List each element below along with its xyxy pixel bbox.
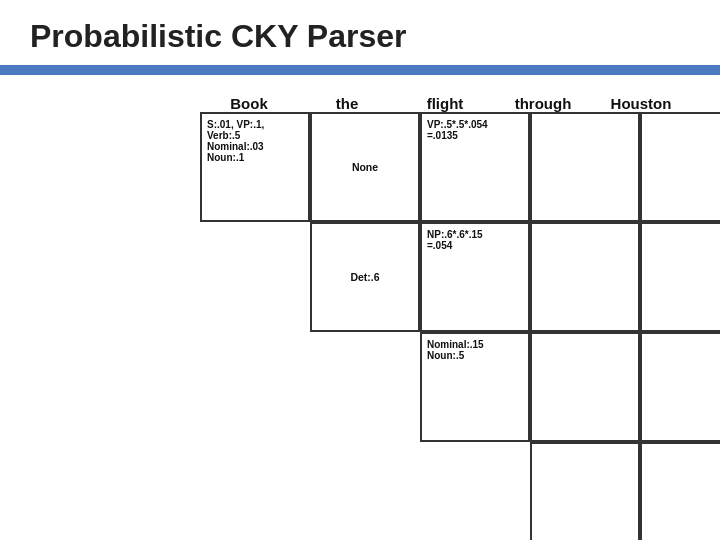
row-label-3 [80, 442, 200, 540]
cell-r3c4 [640, 442, 720, 540]
col-header-1: the [298, 95, 396, 112]
cell-r3c3 [530, 442, 640, 540]
blue-bar [0, 65, 720, 75]
cell-r0c3 [530, 112, 640, 222]
cell-r1c2: NP:.6*.6*.15 =.054 [420, 222, 530, 332]
spacer-r3a [200, 442, 310, 540]
spacer-r3b [310, 442, 420, 540]
grid-row-2: Nominal:.15 Noun:.5 [200, 332, 720, 442]
cell-r2c0-spacer [200, 332, 310, 442]
cell-r1c1: Det:.6 [310, 222, 420, 332]
col-header-0: Book [200, 95, 298, 112]
page-title: Probabilistic CKY Parser [0, 0, 720, 65]
cell-r2c1-spacer [310, 332, 420, 442]
row-label-2 [80, 332, 200, 442]
cell-r2c2: Nominal:.15 Noun:.5 [420, 332, 530, 442]
spacer-r3c [420, 442, 530, 540]
col-header-3: through [494, 95, 592, 112]
grid-row-3 [200, 442, 720, 540]
row-label-1 [80, 222, 200, 332]
cell-r1c3 [530, 222, 640, 332]
cell-r0c1: None [310, 112, 420, 222]
col-header-2: flight [396, 95, 494, 112]
cell-r1c4 [640, 222, 720, 332]
cell-r1c0-spacer [200, 222, 310, 332]
row-label-0 [80, 112, 200, 222]
cell-r2c3 [530, 332, 640, 442]
cell-r2c4 [640, 332, 720, 442]
grid-row-1: Det:.6 NP:.6*.6*.15 =.054 [200, 222, 720, 332]
col-header-4: Houston [592, 95, 690, 112]
cell-r0c2: VP:.5*.5*.054 =.0135 [420, 112, 530, 222]
cell-r0c0: S:.01, VP:.1, Verb:.5 Nominal:.03 Noun:.… [200, 112, 310, 222]
grid-row-0: S:.01, VP:.1, Verb:.5 Nominal:.03 Noun:.… [200, 112, 720, 222]
cell-r0c4 [640, 112, 720, 222]
